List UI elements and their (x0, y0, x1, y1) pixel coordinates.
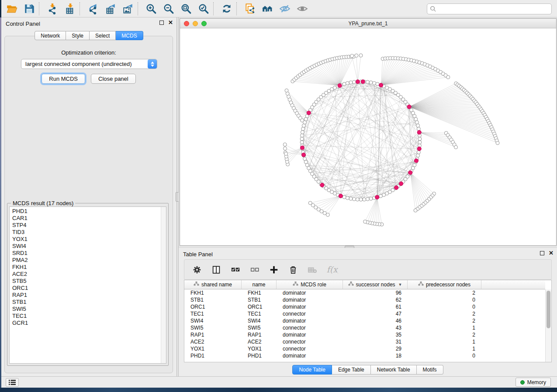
export-image-button[interactable] (119, 1, 137, 16)
optimization-criterion-label: Optimization criterion: (5, 49, 173, 56)
run-mcds-button[interactable]: Run MCDS (42, 74, 85, 84)
table-row[interactable]: FKH1FKH1dominator962 (184, 289, 545, 296)
search-input[interactable] (436, 6, 549, 12)
mcds-result-item[interactable]: ACE2 (12, 271, 28, 278)
tab-node-table[interactable]: Node Table (292, 365, 332, 375)
tab-edge-table[interactable]: Edge Table (332, 365, 371, 375)
export-network-button[interactable] (84, 1, 102, 16)
save-session-button[interactable] (21, 1, 38, 16)
table-row[interactable]: ACE2ACE2connector311 (184, 338, 545, 345)
close-panel-icon[interactable]: ✕ (168, 21, 173, 25)
zoom-out-button[interactable] (160, 1, 177, 16)
tab-mcds[interactable]: MCDS (116, 31, 143, 40)
network-window-frame: YPA_prune.txt_1 (180, 18, 557, 246)
table-row[interactable]: ORC1ORC1dominator610 (184, 303, 545, 310)
cell-predecessor_nodes: 1 (408, 339, 481, 345)
zoom-in-button[interactable] (142, 1, 160, 16)
close-panel-button[interactable]: Close panel (91, 74, 136, 84)
import-table-button[interactable] (61, 1, 79, 16)
mcds-result-item[interactable]: TEC1 (12, 313, 28, 320)
cell-mcds_role: dominator (277, 297, 343, 303)
network-window-titlebar[interactable]: YPA_prune.txt_1 (180, 19, 556, 28)
tree-icon (194, 281, 199, 287)
task-history-button[interactable] (6, 378, 19, 387)
column-header-MCDS-role[interactable]: MCDS role (277, 280, 343, 289)
cell-predecessor_nodes: 0 (408, 297, 481, 303)
cell-predecessor_nodes: 0 (408, 353, 481, 359)
scrollbar-thumb[interactable] (547, 291, 550, 328)
select-all-rows-button[interactable] (229, 262, 242, 277)
zoom-selected-button[interactable] (195, 1, 212, 16)
column-header-predecessor-nodes[interactable]: predecessor nodes (408, 280, 481, 289)
table-panel-tabs: Node TableEdge TableNetwork TableMotifs (179, 365, 557, 375)
column-header-successor-nodes[interactable]: successor nodes▼ (343, 280, 408, 289)
tab-select[interactable]: Select (90, 31, 116, 40)
delete-columns-button[interactable] (287, 262, 300, 277)
eye-slash-icon (279, 3, 291, 14)
tab-motifs[interactable]: Motifs (417, 365, 443, 375)
zoom-out-icon (163, 3, 174, 14)
mcds-result-item[interactable]: ORC1 (12, 285, 28, 292)
import-network-button[interactable] (44, 1, 61, 16)
import-table-icon (64, 3, 76, 14)
table-row[interactable]: PHD1PHD1dominator180 (184, 352, 545, 359)
control-panel-tabs: NetworkStyleSelectMCDS (1, 31, 176, 40)
mcds-result-item[interactable]: SWI4 (12, 243, 28, 250)
hide-selected-button[interactable] (276, 1, 294, 16)
mcds-result-item[interactable]: SWI5 (12, 306, 28, 313)
mcds-list-scrollbar[interactable] (161, 207, 166, 363)
column-header-shared-name[interactable]: shared name (184, 280, 242, 289)
show-column-button[interactable] (210, 262, 223, 277)
show-all-button[interactable] (294, 1, 311, 16)
table-row[interactable]: SWI5SWI5connector431 (184, 324, 545, 331)
table-scrollbar[interactable] (545, 289, 551, 362)
houses-icon (262, 3, 273, 14)
table-settings-button[interactable] (190, 262, 204, 277)
table-row[interactable]: RAP1RAP1dominator352 (184, 331, 545, 338)
mcds-result-item[interactable]: SRD1 (12, 250, 28, 257)
zoom-fit-button[interactable] (177, 1, 195, 16)
memory-button[interactable]: Memory (515, 378, 551, 387)
tab-style[interactable]: Style (66, 31, 90, 40)
search-box[interactable] (427, 3, 552, 14)
mcds-result-item[interactable]: STB1 (12, 299, 28, 306)
duplicate-network-button[interactable] (241, 1, 259, 16)
mcds-result-item[interactable]: RAP1 (12, 292, 28, 299)
table-row[interactable]: YOX1YOX1connector291 (184, 345, 545, 352)
mcds-result-item[interactable]: FKH1 (12, 264, 28, 271)
open-file-button[interactable] (3, 1, 21, 16)
tab-network-table[interactable]: Network Table (371, 365, 417, 375)
first-neighbors-button[interactable] (259, 1, 276, 16)
float-panel-icon[interactable] (159, 21, 164, 25)
mcds-result-item[interactable]: GCR1 (12, 320, 28, 327)
cell-mcds_role: dominator (277, 304, 343, 310)
create-new-column-button[interactable] (267, 262, 280, 277)
cell-successor_nodes: 46 (343, 318, 408, 324)
mcds-result-item[interactable]: PHD1 (12, 208, 28, 215)
refresh-view-button[interactable] (218, 1, 235, 16)
mcds-result-item[interactable]: CAR1 (12, 215, 28, 222)
memory-label: Memory (527, 379, 546, 385)
tab-network[interactable]: Network (35, 31, 66, 40)
network-graph-canvas[interactable] (180, 28, 557, 245)
close-panel-icon[interactable]: ✕ (549, 251, 554, 255)
mcds-result-list[interactable]: PHD1CAR1STP4TID3YOX1SWI4SRD1PMA2FKH1ACE2… (9, 206, 166, 364)
column-header-name[interactable]: name (242, 280, 277, 289)
cell-mcds_role: connector (277, 346, 343, 352)
mcds-result-item[interactable]: STP4 (12, 222, 28, 229)
mcds-result-item[interactable]: STB5 (12, 278, 28, 285)
float-panel-icon[interactable] (540, 251, 544, 255)
mcds-result-item[interactable]: PMA2 (12, 257, 28, 264)
save-icon (24, 3, 35, 14)
table-row[interactable]: TEC1TEC1connector472 (184, 310, 545, 317)
deselect-all-rows-button[interactable] (248, 262, 261, 277)
table-row[interactable]: STB1STB1dominator620 (184, 296, 545, 303)
cell-successor_nodes: 47 (343, 311, 408, 317)
mcds-result-item[interactable]: TID3 (12, 229, 28, 236)
export-table-button[interactable] (102, 1, 119, 16)
zoom-fit-icon (180, 3, 192, 14)
table-row[interactable]: SWI4SWI4dominator462 (184, 317, 545, 324)
criterion-dropdown[interactable]: largest connected component (undirected) (21, 59, 157, 69)
mcds-result-item[interactable]: YOX1 (12, 236, 28, 243)
fx-icon: f(x) (325, 263, 338, 276)
